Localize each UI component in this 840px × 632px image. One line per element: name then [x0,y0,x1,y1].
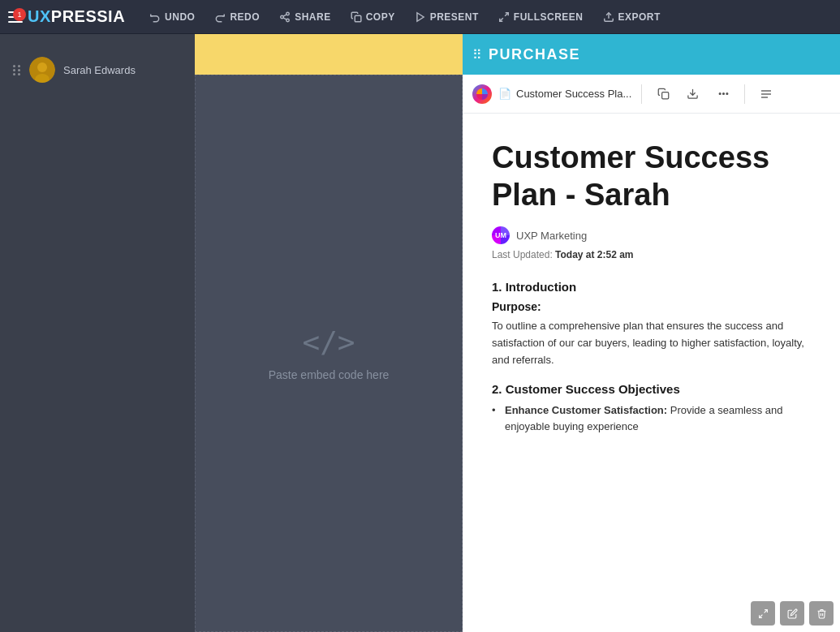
canvas-rows: </> Paste embed code here 📄 Customer Suc… [195,75,840,632]
toolbar-separator-2 [744,84,745,104]
svg-rect-5 [355,15,361,22]
edit-button[interactable] [780,601,804,626]
svg-point-1 [281,15,284,19]
sidebar: Sarah Edwards [0,34,195,632]
section-1-header: 1. Introduction [492,280,811,294]
more-options-button[interactable] [712,83,734,105]
fullscreen-label: FULLSCREEN [514,11,584,23]
canvas-area: ⠿ PURCHASE </> Paste embed code here 📄 [195,34,840,632]
trash-icon [816,608,827,619]
more-icon [717,88,730,100]
notification-badge: 1 [13,8,26,21]
drag-handle [13,65,21,75]
author-row: UM UXP Marketing [492,226,811,244]
navbar: 1 UXPRESSIA UNDO REDO SHARE COPY PRESENT… [0,0,840,34]
doc-title: Customer Success Pla... [516,88,631,100]
edit-icon [787,608,798,619]
fullscreen-button[interactable]: FULLSCREEN [490,7,592,27]
menu-button-wrap: 1 [8,11,23,23]
embed-panel[interactable]: </> Paste embed code here [195,75,463,632]
purchase-label: PURCHASE [489,46,580,63]
doc-main-title: Customer Success Plan - Sarah [492,140,811,213]
document-panel: 📄 Customer Success Pla... [463,75,840,632]
user-name: Sarah Edwards [63,64,136,76]
doc-scroll-area[interactable]: Customer Success Plan - Sarah UM UXP Mar… [463,114,840,632]
col-header-right[interactable]: ⠿ PURCHASE [463,34,840,75]
present-icon [415,11,426,23]
share-button[interactable]: SHARE [271,7,339,27]
file-icon: 📄 [498,88,511,100]
bullet-item-1: Enhance Customer Satisfaction: Provide a… [492,402,811,436]
clickup-logo [472,84,492,104]
download-button[interactable] [681,83,704,105]
doc-title-wrap: 📄 Customer Success Pla... [498,88,631,100]
doc-toolbar: 📄 Customer Success Pla... [463,75,840,114]
toolbar-separator [641,84,642,104]
export-button[interactable]: EXPORT [595,7,669,27]
duplicate-icon [657,88,670,100]
download-icon [687,88,699,100]
toc-button[interactable] [755,83,778,105]
expand-icon [758,608,769,619]
redo-icon [214,11,226,23]
expand-button[interactable] [751,601,775,626]
purpose-label: Purpose: [492,300,811,313]
svg-point-2 [286,19,290,22]
fullscreen-icon [498,11,510,23]
logo-text: UXPRESSIA [28,7,125,26]
doc-meta: Last Updated: Today at 2:52 am [492,249,811,260]
toc-icon [760,88,773,101]
svg-marker-6 [417,12,424,21]
redo-button[interactable]: REDO [206,7,268,27]
app-logo: 1 UXPRESSIA [8,7,125,26]
present-label: PRESENT [430,11,479,23]
copy-label: COPY [366,11,395,23]
col-header-left [195,34,463,75]
embed-placeholder: Paste embed code here [269,368,390,381]
sidebar-item-user[interactable]: Sarah Edwards [0,50,195,89]
avatar [29,57,55,83]
export-icon [603,11,614,23]
redo-label: REDO [230,11,260,23]
export-label: EXPORT [618,11,661,23]
embed-code-icon: </> [302,325,355,359]
grid-icon: ⠿ [472,47,482,62]
svg-line-19 [759,614,762,617]
svg-line-3 [283,17,286,19]
undo-button[interactable]: UNDO [141,7,203,27]
copy-button[interactable]: COPY [342,7,403,27]
delete-button[interactable] [809,601,834,626]
copy-icon [351,11,362,23]
purpose-text: To outline a comprehensive plan that ens… [492,318,811,368]
duplicate-button[interactable] [652,83,674,105]
author-avatar: UM [492,226,510,244]
column-headers: ⠿ PURCHASE [195,34,840,75]
present-button[interactable]: PRESENT [407,7,487,27]
svg-point-0 [286,12,290,15]
svg-rect-10 [661,92,668,99]
main-container: Sarah Edwards ⠿ PURCHASE </> Paste embed… [0,34,840,632]
svg-line-18 [764,609,767,613]
svg-point-12 [719,93,721,95]
svg-point-14 [726,93,728,95]
svg-line-4 [283,14,286,15]
share-label: SHARE [295,11,331,23]
share-icon [279,11,291,23]
canvas-bottom-bar [751,601,834,626]
undo-icon [149,11,161,23]
svg-point-13 [722,93,724,95]
undo-label: UNDO [165,11,195,23]
section-2-header: 2. Customer Success Objectives [492,382,811,396]
author-name: UXP Marketing [516,230,587,242]
